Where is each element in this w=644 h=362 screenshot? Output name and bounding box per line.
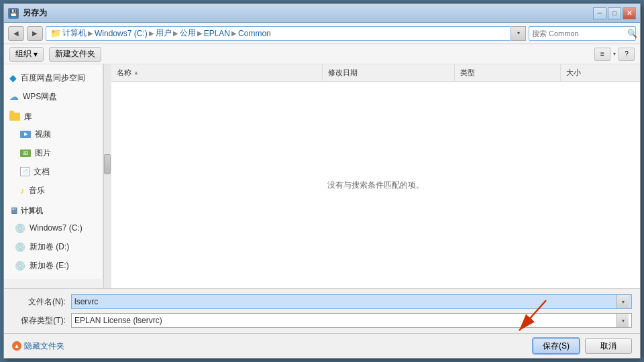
sort-arrow: ▲ [133,70,139,76]
sidebar-item-images[interactable]: 🖼 图片 [4,143,103,162]
form-area: 文件名(N): ▾ 保存类型(T): EPLAN License (lservr… [4,288,640,333]
help-icon: ? [625,50,629,58]
filename-input-container: ▾ [71,294,632,309]
file-area: 名称 ▲ 修改日期 类型 大小 没有与搜索条件匹配的项。 [111,64,640,288]
image-icon: 🖼 [20,149,31,157]
save-dialog: 💾 另存为 ─ □ ✕ ◀ ▶ 📁 计算机 ▶ Windows7 (C:) ▶ … [3,3,641,359]
col-type-label: 类型 [460,68,475,78]
address-bar: ◀ ▶ 📁 计算机 ▶ Windows7 (C:) ▶ 用户 ▶ 公用 ▶ EP… [4,23,640,44]
hide-folders-arrow-icon: ▲ [12,341,21,351]
sidebar-images-label: 图片 [35,147,51,159]
cancel-button[interactable]: 取消 [585,338,632,354]
toolbar: 组织 ▾ 新建文件夹 ≡ ▾ ? [4,44,640,64]
new-folder-button[interactable]: 新建文件夹 [49,47,101,62]
view-button[interactable]: ≡ [594,48,610,61]
sidebar-library-label: 库 [24,112,32,122]
filetype-dropdown-button[interactable]: ▾ [616,314,629,327]
breadcrumb-computer[interactable]: 计算机 [62,27,87,39]
folder-icon [9,113,20,121]
filetype-select-container: EPLAN License (lservrc) ▾ [71,313,632,328]
drive-d-icon: 💿 [15,242,25,252]
search-input[interactable] [532,29,625,38]
video-icon: ▶ [20,131,31,138]
filename-label: 文件名(N): [12,296,66,308]
folder-icon-small: 📁 [50,28,61,38]
music-icon: ♪ [20,186,25,196]
drive-c-icon: 💿 [15,223,25,233]
sidebar-item-docs[interactable]: 📄 文档 [4,162,103,181]
maximize-button[interactable]: □ [608,7,621,19]
drive-e-icon: 💿 [15,261,25,271]
sidebar-library-group: 库 [4,109,103,125]
forward-button[interactable]: ▶ [27,26,43,41]
sidebar-item-drive-d[interactable]: 💿 新加卷 (D:) [4,237,103,256]
sidebar-scrollbar-track [103,64,111,288]
filetype-value: EPLAN License (lservrc) [74,316,616,325]
toolbar-right: ≡ ▾ ? [594,48,635,61]
sidebar-item-music[interactable]: ♪ 音乐 [4,181,103,200]
sidebar-docs-label: 文档 [34,166,50,178]
breadcrumb-common[interactable]: Common [238,29,271,38]
sidebar: ◆ 百度网盘同步空间 ☁ WPS网盘 库 ▶ 视频 🖼 [4,64,111,288]
breadcrumb-eplan[interactable]: EPLAN [204,29,230,38]
filetype-label: 保存类型(T): [12,315,66,326]
help-button[interactable]: ? [619,48,635,61]
cloud-icon: ◆ [9,72,17,83]
save-button[interactable]: 保存(S) [533,338,580,354]
col-name-label: 名称 [117,68,131,78]
filename-dropdown-button[interactable]: ▾ [616,295,629,308]
sidebar-music-label: 音乐 [29,185,45,196]
computer-icon: 🖥 [9,206,18,216]
doc-icon: 📄 [20,167,30,176]
breadcrumb-public[interactable]: 公用 [180,27,196,39]
sidebar-drive-e-label: 新加卷 (E:) [30,260,69,272]
close-button[interactable]: ✕ [623,7,636,19]
col-type[interactable]: 类型 [455,64,561,81]
filename-row: 文件名(N): ▾ [12,294,632,309]
breadcrumb-dropdown-button[interactable]: ▾ [511,26,526,41]
sidebar-computer-label: 计算机 [21,206,43,216]
breadcrumb-drive[interactable]: Windows7 (C:) [95,29,148,38]
new-folder-label: 新建文件夹 [55,48,95,60]
sidebar-item-baidu[interactable]: ◆ 百度网盘同步空间 [4,68,103,87]
filetype-row: 保存类型(T): EPLAN License (lservrc) ▾ [12,313,632,328]
sidebar-item-win7c[interactable]: 💿 Windows7 (C:) [4,219,103,237]
dialog-title: 另存为 [23,7,47,19]
buttons-row: ▲ 隐藏文件夹 保存(S) 取消 [4,333,640,358]
filename-input[interactable] [74,297,616,306]
save-label: 保存(S) [543,341,570,352]
title-controls: ─ □ ✕ [593,7,636,19]
file-list-header: 名称 ▲ 修改日期 类型 大小 [111,64,640,82]
col-date-label: 修改日期 [328,68,358,78]
sidebar-item-drive-e[interactable]: 💿 新加卷 (E:) [4,256,103,275]
file-list-empty: 没有与搜索条件匹配的项。 [111,82,640,288]
sidebar-item-wps[interactable]: ☁ WPS网盘 [4,87,103,106]
sidebar-scroll-content: ◆ 百度网盘同步空间 ☁ WPS网盘 库 ▶ 视频 🖼 [4,64,103,279]
breadcrumb-users[interactable]: 用户 [156,27,172,39]
sidebar-win7c-label: Windows7 (C:) [30,223,83,233]
organize-button[interactable]: 组织 ▾ [9,47,44,62]
title-bar: 💾 另存为 ─ □ ✕ [4,4,640,23]
view-arrow[interactable]: ▾ [613,51,616,57]
back-button[interactable]: ◀ [8,26,24,41]
sidebar-computer-group: 🖥 计算机 [4,202,103,219]
empty-message: 没有与搜索条件匹配的项。 [327,180,424,191]
wps-cloud-icon: ☁ [9,91,19,102]
view-icon: ≡ [600,50,604,58]
col-date[interactable]: 修改日期 [323,64,455,81]
title-bar-left: 💾 另存为 [8,7,47,19]
sidebar-baidu-label: 百度网盘同步空间 [21,72,85,84]
hide-folders-button[interactable]: ▲ 隐藏文件夹 [12,341,64,352]
sidebar-videos-label: 视频 [35,129,51,140]
col-name[interactable]: 名称 ▲ [111,64,323,81]
col-size[interactable]: 大小 [561,64,640,81]
search-icon[interactable]: 🔍 [627,29,637,38]
main-content: ◆ 百度网盘同步空间 ☁ WPS网盘 库 ▶ 视频 🖼 [4,64,640,288]
minimize-button[interactable]: ─ [593,7,606,19]
organize-arrow: ▾ [34,50,38,59]
sidebar-scrollbar-thumb[interactable] [104,154,111,174]
col-size-label: 大小 [566,68,581,78]
breadcrumb[interactable]: 📁 计算机 ▶ Windows7 (C:) ▶ 用户 ▶ 公用 ▶ EPLAN … [46,26,511,41]
sidebar-drive-d-label: 新加卷 (D:) [30,241,69,253]
sidebar-item-videos[interactable]: ▶ 视频 [4,125,103,143]
